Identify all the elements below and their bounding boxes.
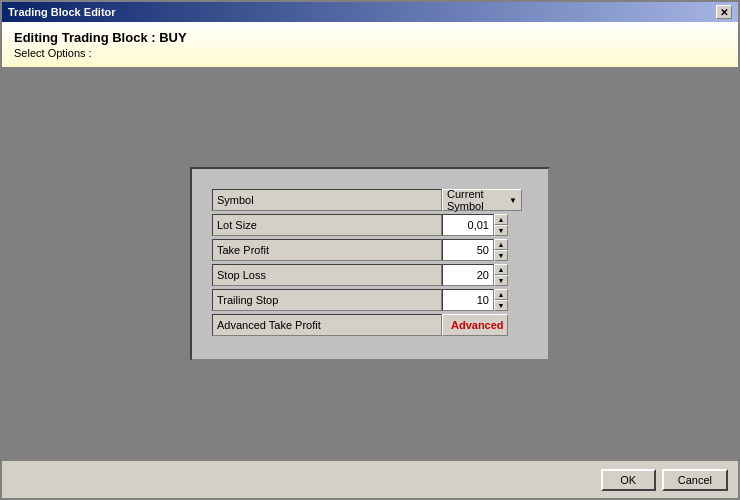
stop-loss-input[interactable] [442, 264, 494, 286]
trailing-stop-spinner: ▲ ▼ [442, 289, 508, 311]
lot-size-row: Lot Size ▲ ▼ [212, 214, 528, 236]
lot-size-spinner: ▲ ▼ [442, 214, 508, 236]
stop-loss-row: Stop Loss ▲ ▼ [212, 264, 528, 286]
lot-size-down-button[interactable]: ▼ [494, 225, 508, 236]
symbol-label: Symbol [212, 189, 442, 211]
take-profit-up-button[interactable]: ▲ [494, 239, 508, 250]
take-profit-down-button[interactable]: ▼ [494, 250, 508, 261]
trailing-stop-label: Trailing Stop [212, 289, 442, 311]
trailing-stop-down-button[interactable]: ▼ [494, 300, 508, 311]
stop-loss-down-button[interactable]: ▼ [494, 275, 508, 286]
content-area: Symbol Current Symbol ▼ Lot Size ▲ ▼ [2, 68, 738, 460]
take-profit-spinner-buttons: ▲ ▼ [494, 239, 508, 261]
lot-size-input[interactable] [442, 214, 494, 236]
symbol-row: Symbol Current Symbol ▼ [212, 189, 528, 211]
cancel-button[interactable]: Cancel [662, 469, 728, 491]
trailing-stop-row: Trailing Stop ▲ ▼ [212, 289, 528, 311]
advanced-take-profit-label: Advanced Take Profit [212, 314, 442, 336]
close-button[interactable]: ✕ [716, 5, 732, 19]
take-profit-spinner: ▲ ▼ [442, 239, 508, 261]
header-title: Editing Trading Block : BUY [14, 30, 726, 45]
trailing-stop-input[interactable] [442, 289, 494, 311]
header-panel: Editing Trading Block : BUY Select Optio… [2, 22, 738, 68]
footer: OK Cancel [2, 460, 738, 498]
ok-button[interactable]: OK [601, 469, 656, 491]
chevron-down-icon: ▼ [509, 196, 517, 205]
take-profit-input[interactable] [442, 239, 494, 261]
lot-size-label: Lot Size [212, 214, 442, 236]
trailing-stop-spinner-buttons: ▲ ▼ [494, 289, 508, 311]
stop-loss-label: Stop Loss [212, 264, 442, 286]
stop-loss-spinner: ▲ ▼ [442, 264, 508, 286]
stop-loss-up-button[interactable]: ▲ [494, 264, 508, 275]
window-title: Trading Block Editor [8, 6, 116, 18]
header-subtitle: Select Options : [14, 47, 726, 59]
advanced-button[interactable]: Advanced [442, 314, 508, 336]
trailing-stop-up-button[interactable]: ▲ [494, 289, 508, 300]
lot-size-spinner-buttons: ▲ ▼ [494, 214, 508, 236]
advanced-take-profit-row: Advanced Take Profit Advanced [212, 314, 528, 336]
stop-loss-spinner-buttons: ▲ ▼ [494, 264, 508, 286]
symbol-dropdown-value: Current Symbol [447, 188, 509, 212]
take-profit-row: Take Profit ▲ ▼ [212, 239, 528, 261]
lot-size-up-button[interactable]: ▲ [494, 214, 508, 225]
title-bar: Trading Block Editor ✕ [2, 2, 738, 22]
symbol-dropdown[interactable]: Current Symbol ▼ [442, 189, 522, 211]
main-window: Trading Block Editor ✕ Editing Trading B… [0, 0, 740, 500]
form-panel: Symbol Current Symbol ▼ Lot Size ▲ ▼ [190, 167, 550, 361]
take-profit-label: Take Profit [212, 239, 442, 261]
